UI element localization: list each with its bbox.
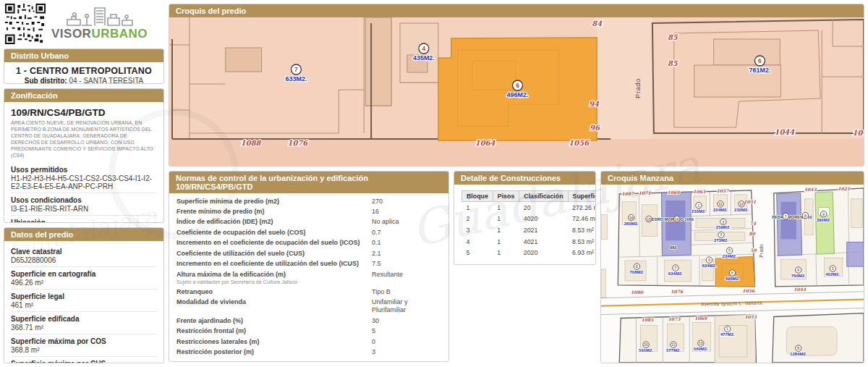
table-row: 2 1 4020 72.46 m² — [462, 214, 597, 225]
norma-label: Coeficiente de utilización del suelo (CU… — [176, 250, 372, 258]
norma-label: Incremento en el coeficiente de ocupació… — [176, 239, 372, 247]
parcel-area: 233M2. — [692, 208, 706, 214]
street-number: 1044 — [793, 287, 807, 292]
parcel-number: 9 — [822, 212, 825, 216]
norma-label: Frente ajardinado (%) — [176, 317, 372, 325]
dato-label: Superficie máxima por CUS — [11, 360, 157, 363]
parcel-number: 15 — [647, 217, 651, 222]
usos-permitidos-label: Usos permitidos — [11, 166, 157, 174]
dato-label: Superficie edificada — [11, 315, 157, 323]
dato-label: Superficie máxima por COS — [11, 337, 157, 345]
visor-urbano-logo: VISORURBANO — [51, 5, 148, 40]
distrito-title: 1 - CENTRO METROPOLITANO — [11, 66, 157, 76]
croquis-predio-map-body: 7 633M2. 4 435M2. 6 496M2. — [169, 17, 864, 166]
dato-value: 368.8 m² — [11, 346, 157, 354]
dato-value: 496.26 m² — [11, 279, 157, 287]
street-number: 1069 — [694, 316, 707, 321]
cell-clasificacion: 2020 — [519, 247, 568, 258]
cell-clasificacion: 4020 — [519, 214, 568, 225]
norma-row: Frente ajardinado (%)30 — [169, 316, 448, 326]
norma-row: Índice de edificación (IDE) (m2)No aplic… — [169, 217, 448, 227]
parcel-number: 10 — [644, 342, 648, 347]
usos-permitidos-field: Usos permitidos H1-H2-H3-H4-H5-CS1-CS2-C… — [11, 163, 157, 193]
street-number: 84 — [592, 20, 603, 28]
parcel-number: 7 — [674, 266, 676, 270]
parcel-number: 11 — [671, 342, 675, 347]
norma-label-wrap: Altura máxima de la edificación (m) Suje… — [176, 271, 372, 286]
parcel-number: 8 — [804, 214, 807, 218]
parcel-area: 234M2. — [723, 253, 737, 258]
croquis-manzana-panel: Croquis Manzana — [600, 171, 864, 363]
parcel-number: 12 — [739, 202, 744, 206]
parcel-number: 5 — [728, 248, 731, 253]
cell-pisos: 1 — [493, 247, 519, 258]
main-content: Croquis del predio — [169, 4, 864, 363]
croquis-manzana-map: PEDRO MORENO 1069 PEDRO MORENO 10 880 Pr… — [601, 185, 864, 363]
ubicacion-label: Ubicación — [11, 219, 157, 223]
parcel-marker-16: 16 — [674, 216, 680, 222]
norma-value: 7.5 — [372, 260, 381, 268]
street-number: 1088 — [241, 139, 262, 147]
table-row: 1 1 20 272.26 m² — [462, 202, 597, 214]
norma-value: 30 — [372, 317, 379, 325]
cell-bloque: 1 — [462, 202, 493, 214]
parcel-number: 6 — [758, 57, 762, 64]
norma-value: 0.1 — [372, 239, 381, 247]
parcel-marker-8-right: 8 — [802, 212, 808, 219]
table-row: 3 1 2021 8.53 m² — [462, 224, 597, 236]
street-number: 1051 — [744, 199, 756, 204]
dato-predio-item: Superficie en cartografía 496.26 m² — [11, 266, 157, 289]
logo-visor-text: VISOR — [51, 27, 91, 41]
parcel-number: 4 — [708, 258, 710, 262]
norma-value: 0.7 — [372, 229, 381, 237]
distrito-header: Distrito Urbano — [4, 49, 163, 62]
street-number: 1055 — [744, 314, 757, 319]
dato-label: Superficie legal — [11, 292, 157, 300]
parcel-number: 6 — [797, 268, 799, 272]
visor-urbano-report: VISORURBANO Distrito Urbano 1 - CENTRO M… — [0, 0, 868, 367]
street-number: 85 — [668, 33, 678, 41]
street-number: 1097 — [621, 191, 634, 196]
datos-predio-header: Datos del predio — [4, 228, 163, 241]
street-name-prado: Prado — [759, 244, 764, 258]
cell-superficie: 72.46 m² — [568, 214, 596, 225]
street-number: 1090 — [631, 290, 644, 295]
parcel-area: 634M2. — [702, 263, 716, 268]
street-number: 1069 — [667, 190, 680, 195]
dato-value: D65J2880006 — [11, 256, 157, 264]
street-number: 104 — [853, 129, 864, 137]
norma-label: Superficie mínima de predio (m2) — [176, 198, 372, 206]
norma-label: Índice de edificación (IDE) (m2) — [176, 218, 372, 226]
norma-row: Frente mínimo de predio (m)16 — [169, 206, 448, 216]
dato-predio-item: Superficie máxima por COS 368.8 m² — [11, 334, 157, 356]
normas-rows: Superficie mínima de predio (m2)270 Fren… — [169, 193, 448, 361]
parcel-marker-15: 15 — [646, 216, 652, 222]
table-row: 4 1 4021 8.53 m² — [462, 236, 597, 248]
street-number: 1056 — [742, 288, 755, 293]
parcel-number: 6 — [516, 82, 519, 89]
column-header: Clasificación — [519, 191, 568, 202]
dato-value: 368.71 m² — [11, 324, 157, 332]
street-number: 1057 — [716, 188, 729, 193]
column-header: Bloque — [462, 191, 493, 202]
parcel-area: 1284M2. — [790, 351, 807, 356]
norma-label: Frente mínimo de predio (m) — [176, 208, 372, 216]
street-number: 1063 — [693, 189, 706, 194]
street-number: 80 — [749, 231, 755, 236]
usos-condicionados-value: I3-E1-RIE-RIS-RIT-ARN — [11, 205, 157, 213]
cell-superficie: 8.53 m² — [568, 224, 596, 236]
norma-label: Altura máxima de la edificación (m) — [176, 271, 372, 279]
cell-pisos: 1 — [493, 236, 519, 248]
parcel-area: 633M2. — [286, 75, 307, 83]
street-name-prado: Prado — [634, 78, 642, 98]
brand-row: VISORURBANO — [4, 4, 164, 44]
parcel-area: 259M2. — [716, 224, 731, 229]
parcel-number: 18 — [629, 216, 634, 220]
norma-value: 0 — [372, 338, 375, 346]
predio-right-block — [652, 20, 864, 133]
construcciones-table: Bloque Pisos Clasificación Superficie 1 … — [461, 190, 596, 258]
cell-bloque: 5 — [462, 247, 493, 258]
norma-value: Tipo B — [372, 288, 391, 296]
distrito-card: Distrito Urbano 1 - CENTRO METROPOLITANO… — [4, 48, 164, 84]
parcel-number: 6 — [731, 271, 733, 275]
